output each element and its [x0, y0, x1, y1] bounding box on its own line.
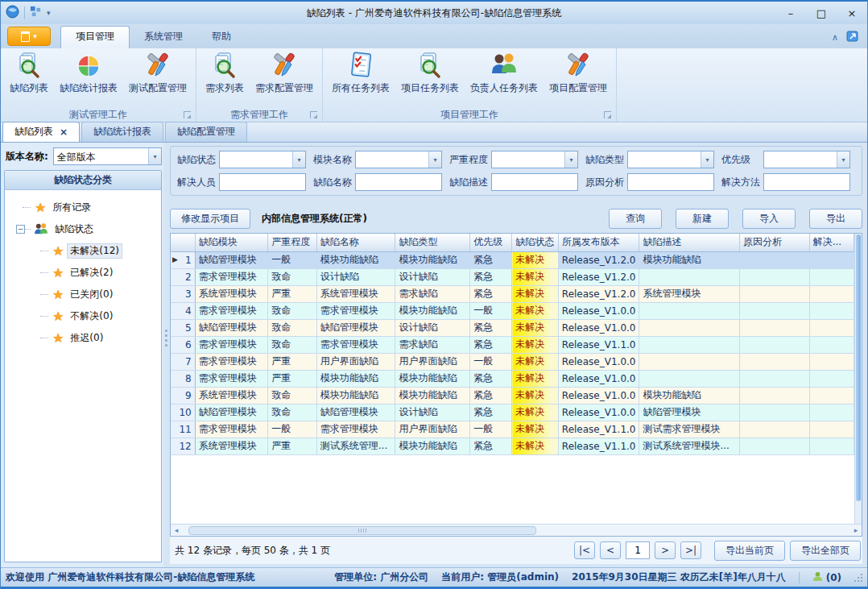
toolbar-button[interactable]: 新建: [676, 209, 729, 229]
toolbar-button[interactable]: 导出: [809, 209, 862, 229]
chevron-down-icon[interactable]: ▾: [148, 148, 161, 164]
filter-dropdown[interactable]: ▾: [491, 151, 578, 168]
table-row[interactable]: 12系统管理模块严重测试系统管理...模块功能缺陷紧急未解决Release_V1…: [171, 438, 854, 454]
table-row[interactable]: 5缺陷管理模块致命缺陷管理模块设计缺陷紧急未解决Release_V1.0.0: [171, 319, 854, 336]
document-tab[interactable]: 缺陷统计报表: [81, 122, 163, 142]
table-row[interactable]: 8需求管理模块严重模块功能缺陷模块功能缺陷紧急未解决Release_V1.0.0: [171, 370, 854, 387]
column-header[interactable]: 缺陷描述: [639, 234, 739, 251]
collapse-ribbon-icon[interactable]: ∧: [832, 32, 838, 43]
user-status-icon[interactable]: [812, 571, 823, 584]
column-header[interactable]: 缺陷模块: [195, 234, 268, 251]
column-header[interactable]: 缺陷状态: [512, 234, 559, 251]
tree-item[interactable]: ★已关闭(0): [13, 284, 159, 305]
close-tab-icon[interactable]: ×: [60, 127, 68, 138]
cell-priority: 紧急: [470, 285, 512, 302]
tree-item[interactable]: ★不解决(0): [13, 305, 159, 327]
ribbon-button[interactable]: 项目任务列表: [395, 50, 465, 97]
dialog-launcher-icon[interactable]: [604, 111, 611, 118]
help-icon[interactable]: [846, 30, 859, 45]
filter-input[interactable]: [763, 173, 850, 191]
document-tab[interactable]: 缺陷配置管理: [165, 122, 247, 142]
resize-grip[interactable]: [854, 574, 862, 582]
close-button[interactable]: ×: [837, 2, 867, 23]
scrollbar-thumb[interactable]: [188, 526, 536, 535]
column-header[interactable]: 严重程度: [268, 234, 316, 251]
document-tab[interactable]: 缺陷列表×: [2, 122, 80, 142]
column-header[interactable]: 解决...: [809, 234, 854, 251]
dialog-launcher-icon[interactable]: [310, 111, 317, 118]
version-dropdown[interactable]: 全部版本 ▾: [53, 147, 162, 165]
collapse-icon[interactable]: −: [16, 225, 25, 234]
table-row[interactable]: 2需求管理模块致命设计缺陷设计缺陷紧急未解决Release_V1.2.0: [171, 268, 854, 285]
toolbar-button[interactable]: 查询: [609, 209, 662, 229]
scroll-right-icon[interactable]: ▸: [850, 526, 862, 534]
filter-dropdown[interactable]: ▾: [355, 151, 442, 168]
ribbon-button[interactable]: 缺陷统计报表: [54, 50, 123, 97]
modify-display-items-button[interactable]: 修改显示项目: [170, 209, 250, 229]
ribbon-button[interactable]: 测试配置管理: [123, 50, 192, 97]
ribbon-button[interactable]: 需求配置管理: [250, 50, 319, 97]
page-number-input[interactable]: [626, 541, 650, 559]
filter-input[interactable]: [627, 173, 714, 191]
column-header[interactable]: 原因分析: [739, 234, 809, 251]
column-header[interactable]: [171, 234, 195, 251]
table-row[interactable]: 7需求管理模块严重用户界面缺陷用户界面缺陷一般未解决Release_V1.0.0: [171, 353, 854, 370]
scroll-left-icon[interactable]: ◂: [171, 526, 182, 534]
filter-dropdown[interactable]: ▾: [763, 151, 850, 168]
ribbon-button[interactable]: 需求列表: [200, 50, 250, 97]
table-row[interactable]: 11需求管理模块一般需求管理模块用户界面缺陷一般未解决Release_V1.1.…: [171, 421, 854, 438]
tree-item[interactable]: ★所有记录: [13, 197, 159, 218]
ribbon-button[interactable]: 所有任务列表: [326, 50, 395, 97]
ribbon-button[interactable]: 负责人任务列表: [465, 50, 544, 97]
table-row[interactable]: 4需求管理模块致命需求管理模块模块功能缺陷一般未解决Release_V1.0.0: [171, 302, 854, 319]
export-all-pages-button[interactable]: 导出全部页: [790, 541, 861, 561]
chevron-down-icon[interactable]: ▾: [47, 9, 51, 17]
tree-item[interactable]: ★已解决(2): [13, 262, 159, 284]
chevron-down-icon[interactable]: ▾: [701, 151, 713, 168]
column-header[interactable]: 缺陷名称: [316, 234, 395, 251]
ribbon-tab[interactable]: 系统管理: [130, 27, 197, 48]
chevron-down-icon[interactable]: ▾: [564, 151, 577, 168]
table-row[interactable]: 9系统管理模块致命模块功能缺陷模块功能缺陷紧急未解决Release_V1.0.0…: [171, 387, 854, 404]
ribbon-tab[interactable]: 项目管理: [60, 26, 130, 48]
table-row[interactable]: 3系统管理模块严重系统管理模块需求缺陷紧急未解决Release_V1.2.0系统…: [171, 285, 854, 302]
chevron-down-icon[interactable]: ▾: [837, 151, 849, 168]
filter-input[interactable]: [491, 173, 578, 191]
table-row[interactable]: 6需求管理模块致命需求管理模块需求缺陷紧急未解决Release_V1.1.0: [171, 336, 854, 353]
tree-item[interactable]: ★推迟(0): [13, 327, 159, 349]
minimize-button[interactable]: –: [775, 2, 806, 23]
tree-item[interactable]: ★未解决(12): [13, 240, 159, 262]
scrollbar-thumb[interactable]: [856, 234, 861, 501]
column-header[interactable]: 优先级: [470, 234, 512, 251]
tree-connector: [40, 338, 48, 338]
horizontal-scrollbar[interactable]: ◂ ▸: [171, 524, 862, 536]
record-summary: 共 12 条记录，每页 50 条，共 1 页: [175, 544, 330, 558]
filter-dropdown[interactable]: ▾: [219, 151, 306, 168]
table-row[interactable]: ▶1缺陷管理模块一般模块功能缺陷模块功能缺陷紧急未解决Release_V1.2.…: [171, 251, 854, 268]
vertical-scrollbar[interactable]: [854, 234, 862, 524]
next-page-button[interactable]: >: [655, 541, 676, 559]
table-row[interactable]: 10缺陷管理模块致命缺陷管理模块设计缺陷紧急未解决Release_V1.0.0缺…: [171, 404, 854, 421]
application-menu-button[interactable]: ▾: [7, 27, 51, 46]
export-current-page-button[interactable]: 导出当前页: [714, 541, 785, 561]
column-header[interactable]: 缺陷类型: [395, 234, 470, 251]
ribbon-button[interactable]: 缺陷列表: [4, 50, 54, 97]
tree-item[interactable]: −缺陷状态: [13, 218, 159, 240]
first-page-button[interactable]: |<: [574, 541, 595, 559]
filter-input[interactable]: [355, 173, 442, 191]
window-switch-icon[interactable]: [30, 6, 42, 20]
ribbon-button[interactable]: 项目配置管理: [544, 50, 613, 97]
prev-page-button[interactable]: <: [600, 541, 621, 559]
filter-dropdown[interactable]: ▾: [627, 151, 714, 168]
chevron-down-icon[interactable]: ▾: [292, 151, 305, 168]
maximize-button[interactable]: □: [806, 2, 837, 23]
cell-severity: 致命: [268, 302, 316, 319]
toolbar-button[interactable]: 导入: [742, 209, 796, 229]
filter-input[interactable]: [219, 173, 306, 191]
chevron-down-icon[interactable]: ▾: [428, 151, 441, 168]
dialog-launcher-icon[interactable]: [184, 111, 191, 118]
last-page-button[interactable]: >|: [680, 541, 701, 559]
splitter-handle[interactable]: [163, 143, 170, 567]
column-header[interactable]: 所属发布版本: [558, 234, 639, 251]
ribbon-tab[interactable]: 帮助: [197, 27, 246, 48]
